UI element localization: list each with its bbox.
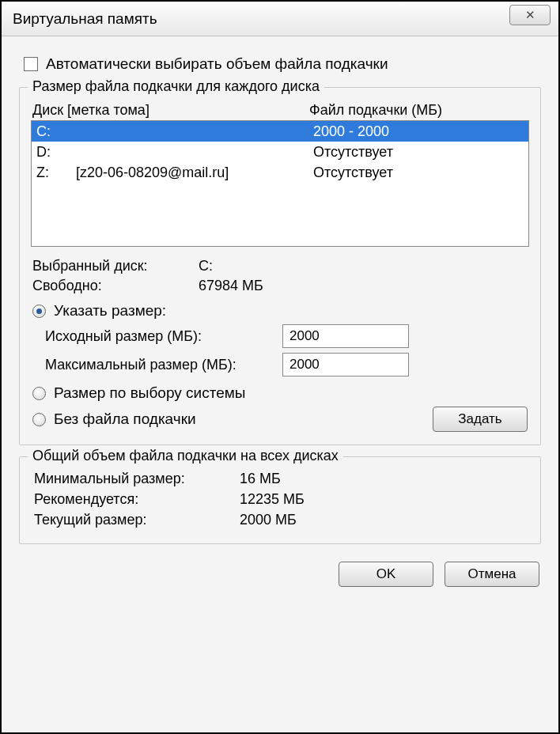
- drive-list[interactable]: C: 2000 - 2000 D: Отсутствует Z: [z20-06…: [31, 120, 529, 247]
- custom-size-label: Указать размер:: [54, 302, 166, 320]
- free-space-row: Свободно: 67984 МБ: [32, 278, 528, 294]
- drive-label: [z20-06-08209@mail.ru]: [76, 163, 313, 182]
- auto-manage-row: Автоматически выбирать объем файла подка…: [24, 55, 541, 73]
- system-size-radio-row: Размер по выбору системы: [32, 384, 528, 402]
- selected-drive-row: Выбранный диск: C:: [32, 258, 528, 274]
- custom-size-radio-row: Указать размер:: [32, 302, 528, 320]
- recommended-size-row: Рекомендуется: 12235 МБ: [34, 491, 526, 508]
- title-bar: Виртуальная память ✕: [2, 2, 558, 36]
- drive-list-headers: Диск [метка тома] Файл подкачки (МБ): [32, 102, 528, 119]
- drive-row[interactable]: Z: [z20-06-08209@mail.ru] Отсутствует: [32, 162, 528, 183]
- no-pagefile-radio[interactable]: [32, 413, 46, 426]
- dialog-body: Автоматически выбирать объем файла подка…: [2, 36, 558, 732]
- auto-manage-label: Автоматически выбирать объем файла подка…: [46, 55, 388, 73]
- current-size-value: 2000 МБ: [240, 512, 297, 528]
- cancel-button[interactable]: Отмена: [445, 562, 539, 587]
- summary-group: Общий объем файла подкачки на всех диска…: [19, 456, 541, 544]
- drive-letter: Z:: [36, 163, 76, 182]
- max-size-label: Максимальный размер (МБ):: [45, 357, 282, 373]
- current-size-row: Текущий размер: 2000 МБ: [34, 512, 526, 528]
- drive-letter: D:: [36, 142, 76, 161]
- recommended-size-label: Рекомендуется:: [34, 491, 240, 508]
- system-size-radio[interactable]: [32, 387, 46, 400]
- set-button[interactable]: Задать: [433, 407, 528, 432]
- min-size-value: 16 МБ: [240, 471, 281, 487]
- virtual-memory-dialog: Виртуальная память ✕ Автоматически выбир…: [0, 0, 560, 734]
- initial-size-label: Исходный размер (МБ):: [45, 328, 282, 345]
- initial-size-input[interactable]: [282, 324, 409, 348]
- min-size-label: Минимальный размер:: [34, 471, 240, 487]
- drive-label: [76, 142, 313, 161]
- current-size-label: Текущий размер:: [34, 512, 240, 528]
- free-space-label: Свободно:: [32, 278, 199, 294]
- header-drive: Диск [метка тома]: [32, 102, 309, 119]
- drive-pagefile: Отсутствует: [313, 163, 524, 182]
- free-space-value: 67984 МБ: [199, 278, 263, 294]
- selected-drive-value: C:: [199, 258, 213, 274]
- drive-label: [76, 122, 313, 141]
- summary-legend: Общий объем файла подкачки на всех диска…: [28, 448, 343, 464]
- close-icon: ✕: [525, 8, 535, 22]
- max-size-input[interactable]: [282, 353, 409, 376]
- header-pagefile: Файл подкачки (МБ): [309, 102, 528, 119]
- per-drive-legend: Размер файла подкачки для каждого диска: [28, 78, 324, 95]
- recommended-size-value: 12235 МБ: [240, 491, 305, 508]
- system-size-label: Размер по выбору системы: [54, 384, 245, 402]
- drive-pagefile: 2000 - 2000: [313, 122, 524, 141]
- no-pagefile-label: Без файла подкачки: [54, 411, 196, 428]
- no-pagefile-row: Без файла подкачки Задать: [32, 407, 528, 432]
- drive-letter: C:: [36, 122, 76, 141]
- window-title: Виртуальная память: [13, 10, 157, 28]
- per-drive-group: Размер файла подкачки для каждого диска …: [19, 87, 541, 445]
- min-size-row: Минимальный размер: 16 МБ: [34, 471, 526, 487]
- custom-size-radio[interactable]: [32, 305, 46, 318]
- close-button[interactable]: ✕: [509, 5, 551, 25]
- dialog-footer: OK Отмена: [19, 555, 541, 587]
- initial-size-row: Исходный размер (МБ):: [45, 324, 528, 348]
- drive-pagefile: Отсутствует: [313, 142, 524, 161]
- selected-drive-label: Выбранный диск:: [32, 258, 199, 274]
- drive-row[interactable]: D: Отсутствует: [32, 142, 528, 162]
- max-size-row: Максимальный размер (МБ):: [45, 353, 528, 376]
- ok-button[interactable]: OK: [339, 562, 433, 587]
- drive-row[interactable]: C: 2000 - 2000: [32, 121, 528, 142]
- auto-manage-checkbox[interactable]: [24, 57, 38, 71]
